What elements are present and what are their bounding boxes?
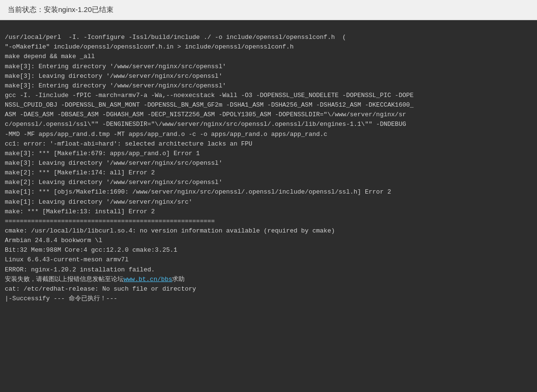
terminal-line: make[2]: Leaving directory '/www/server/…: [5, 178, 532, 187]
terminal-line: cat: /etc/redhat-release: No such file o…: [5, 284, 532, 294]
terminal-line: make[3]: *** [Makefile:679: apps/app_ran…: [5, 149, 532, 159]
terminal-line: gcc -I. -Iinclude -fPIC -march=armv7-a -…: [5, 91, 532, 100]
terminal-line: make[1]: *** [objs/Makefile:1690: /www/s…: [5, 187, 532, 197]
terminal-line: make[1]: Leaving directory '/www/server/…: [5, 197, 532, 207]
terminal-line: |-Successify --- 命令已执行！---: [5, 294, 532, 304]
terminal-line: ERROR: nginx-1.20.2 installation failed.: [5, 265, 532, 275]
terminal-line: "-oMakefile" include/openssl/opensslconf…: [5, 42, 532, 52]
status-label: 当前状态：: [8, 5, 44, 14]
terminal-line: /usr/local/perl -I. -Iconfigure -Issl/bu…: [5, 33, 532, 42]
terminal-line: 安装失败，请截图以上报错信息发帖至论坛www.bt.cn/bbs求助: [5, 275, 532, 284]
terminal-output: /usr/local/perl -I. -Iconfigure -Issl/bu…: [0, 20, 537, 392]
terminal-line: -MMD -MF apps/app_rand.d.tmp -MT apps/ap…: [5, 130, 532, 139]
terminal-line: cc1: error: '-mfloat-abi=hard': selected…: [5, 139, 532, 149]
terminal-line: Bit:32 Mem:988M Core:4 gcc:12.2.0 cmake:…: [5, 245, 532, 255]
terminal-line: ========================================…: [5, 217, 532, 226]
terminal-line: Linux 6.6.43-current-meson armv7l: [5, 255, 532, 265]
terminal-line: Armbian 24.8.4 bookworm \l: [5, 236, 532, 245]
terminal-line: make[3]: Entering directory '/www/server…: [5, 81, 532, 91]
terminal-line: make[3]: Leaving directory '/www/server/…: [5, 72, 532, 81]
terminal-line: make[2]: *** [Makefile:174: all] Error 2: [5, 168, 532, 178]
status-bar: 当前状态： 安装nginx-1.20已结束: [0, 0, 537, 20]
terminal-line: ASM -DAES_ASM -DBSAES_ASM -DGHASH_ASM -D…: [5, 110, 532, 120]
forum-link[interactable]: www.bt.cn/bbs: [124, 276, 172, 283]
terminal-line: make: *** [Makefile:13: install] Error 2: [5, 207, 532, 217]
terminal-line: make[3]: Leaving directory '/www/server/…: [5, 159, 532, 168]
terminal-line: make[3]: Entering directory '/www/server…: [5, 62, 532, 72]
terminal-line: make depend && make _all: [5, 52, 532, 61]
terminal-line: c/openssl/.openssl/ssl\"" -DENGINESDIR="…: [5, 120, 532, 129]
terminal-line: NSSL_CPUID_OBJ -DOPENSSL_BN_ASM_MONT -DO…: [5, 100, 532, 110]
status-value: 安装nginx-1.20已结束: [44, 5, 113, 14]
terminal-line: cmake: /usr/local/lib/libcurl.so.4: no v…: [5, 226, 532, 236]
